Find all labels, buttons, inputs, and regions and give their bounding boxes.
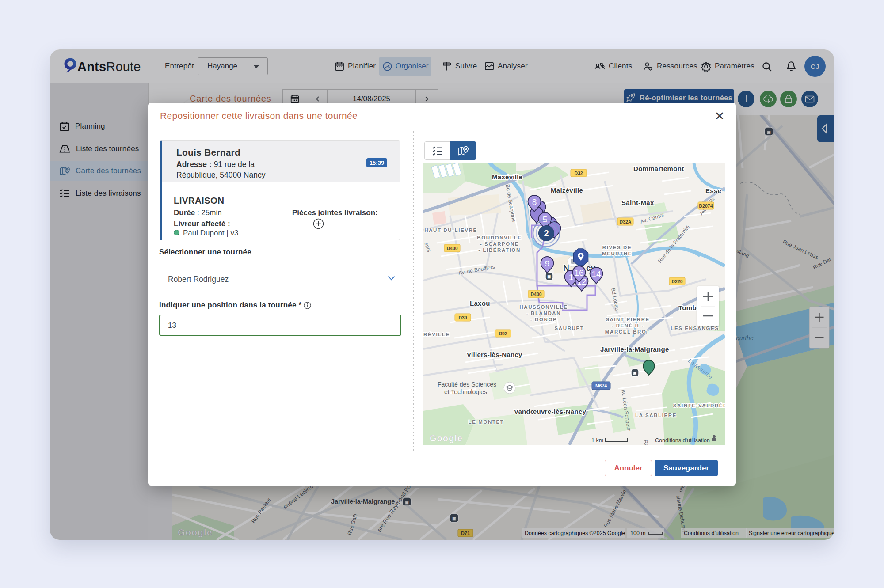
svg-text:MARCEL BROT: MARCEL BROT [605, 329, 650, 334]
svg-text:Jarville-la-Malgrange: Jarville-la-Malgrange [600, 345, 669, 353]
svg-text:Laxou: Laxou [470, 300, 490, 307]
svg-text:D220: D220 [671, 279, 682, 284]
svg-text:D400: D400 [530, 292, 541, 297]
svg-text:D92: D92 [499, 331, 507, 336]
svg-text:RIVES DE: RIVES DE [602, 245, 632, 250]
svg-text:SAURUPT: SAURUPT [555, 326, 584, 331]
svg-text:Esse: Esse [705, 187, 721, 194]
svg-text:Tombl: Tombl [678, 304, 698, 311]
svg-text:Malzéville: Malzéville [551, 186, 583, 194]
svg-text:LES ENSANGES: LES ENSANGES [671, 326, 719, 331]
svg-text:8: 8 [532, 197, 537, 207]
svg-text:2: 2 [544, 228, 549, 238]
svg-text:RÉVILLE: RÉVILLE [423, 332, 450, 337]
svg-text:▣: ▣ [547, 274, 551, 279]
svg-text:et Technologies: et Technologies [444, 388, 487, 395]
svg-text:- BLANDAN: - BLANDAN [526, 311, 561, 316]
svg-text:Saint-Max: Saint-Max [621, 199, 654, 206]
svg-text:- SCARPONE: - SCARPONE [480, 241, 519, 247]
svg-text:Google: Google [430, 433, 463, 443]
svg-text:D39: D39 [458, 315, 467, 320]
svg-text:5: 5 [543, 215, 548, 224]
svg-text:9: 9 [545, 259, 550, 268]
svg-text:D400: D400 [446, 246, 457, 251]
svg-text:Conditions d'utilisation: Conditions d'utilisation [655, 437, 710, 444]
svg-text:HAUSSONVILLE: HAUSSONVILLE [519, 304, 568, 310]
svg-text:Dommartemont: Dommartemont [633, 165, 684, 172]
svg-text:HAUT-DU-LIÈVRE: HAUT-DU-LIÈVRE [424, 228, 477, 233]
svg-text:- LIBÉRATION: - LIBÉRATION [478, 247, 521, 253]
svg-text:D32A: D32A [620, 219, 632, 224]
svg-text:1 km: 1 km [591, 437, 603, 444]
svg-text:BOUDONVILLE: BOUDONVILLE [477, 235, 522, 240]
svg-text:- RENÉ II -: - RENÉ II - [611, 323, 644, 328]
svg-text:Vandœuvre-lès-Nancy: Vandœuvre-lès-Nancy [514, 408, 587, 415]
svg-text:D2074: D2074 [699, 203, 713, 209]
svg-text:SAINTE-VALDRÉE: SAINTE-VALDRÉE [673, 403, 725, 408]
svg-text:LA SABLIÈRE: LA SABLIÈRE [635, 413, 677, 418]
svg-text:14: 14 [591, 269, 601, 279]
svg-text:D32: D32 [574, 171, 583, 176]
svg-text:- DONOP: - DONOP [530, 317, 557, 322]
svg-text:Faculté des Sciences: Faculté des Sciences [438, 381, 496, 388]
svg-text:MEURTHE: MEURTHE [602, 251, 632, 256]
svg-text:Villers-lès-Nancy: Villers-lès-Nancy [467, 351, 522, 358]
svg-text:Maxéville: Maxéville [492, 173, 522, 181]
svg-text:M674: M674 [595, 383, 607, 388]
svg-text:16: 16 [574, 268, 583, 277]
svg-text:SAINT-PIERRE: SAINT-PIERRE [606, 317, 650, 322]
svg-text:▣: ▣ [633, 371, 636, 375]
svg-text:LE MONTET: LE MONTET [469, 419, 504, 425]
